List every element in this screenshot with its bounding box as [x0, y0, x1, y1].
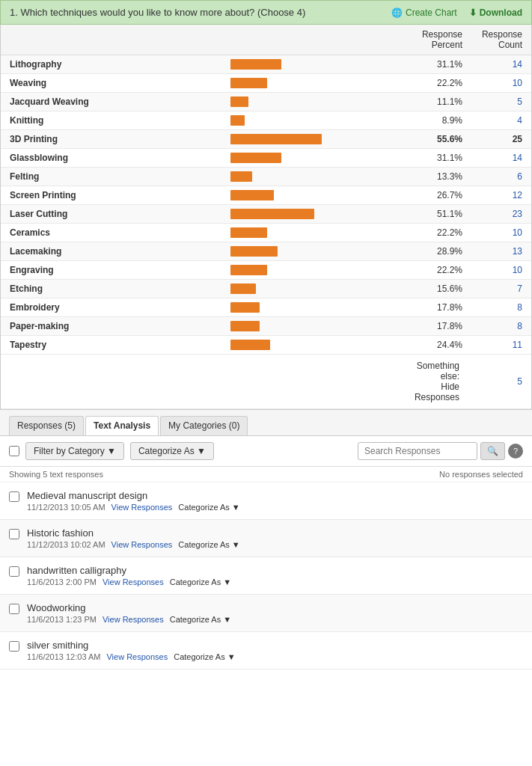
response-checkbox-2[interactable]	[9, 566, 19, 577]
row-percent: 28.9%	[395, 246, 462, 257]
response-checkbox-1[interactable]	[9, 529, 19, 539]
response-date: 11/6/2013 12:03 AM	[27, 652, 100, 661]
categorize-as-link[interactable]: Categorize As ▼	[178, 503, 239, 512]
search-button[interactable]: 🔍	[480, 442, 505, 460]
row-bar-cell	[230, 302, 395, 313]
tab-0[interactable]: Responses (5)	[9, 416, 84, 435]
select-all-checkbox[interactable]	[9, 446, 19, 456]
search-input[interactable]	[358, 442, 477, 460]
row-count: 14	[462, 153, 522, 163]
row-percent: 8.9%	[395, 115, 462, 126]
response-title: silver smithing	[27, 640, 523, 651]
status-bar: Showing 5 text responses No responses se…	[0, 467, 532, 482]
filter-by-category-button[interactable]: Filter by Category ▼	[25, 442, 124, 460]
row-percent: 31.1%	[395, 153, 462, 163]
row-bar-cell	[230, 190, 395, 200]
row-percent: 15.6%	[395, 284, 462, 294]
showing-count: Showing 5 text responses	[9, 470, 103, 479]
row-bar-cell	[230, 78, 395, 88]
header-actions: 🌐 Create Chart ⬇ Download	[391, 7, 522, 18]
filter-bar: Filter by Category ▼ Categorize As ▼ 🔍 ?	[0, 436, 532, 467]
tab-1[interactable]: Text Analysis	[85, 416, 159, 435]
data-table: ResponsePercent ResponseCount Lithograph…	[0, 25, 532, 410]
bar-col-header	[230, 29, 395, 50]
bar	[230, 171, 252, 182]
response-checkbox-4[interactable]	[9, 641, 19, 652]
list-item: Historic fashion 11/12/2013 10:02 AM Vie…	[0, 520, 532, 557]
download-icon: ⬇	[469, 7, 477, 18]
download-button[interactable]: ⬇ Download	[469, 7, 522, 18]
row-percent: 22.2%	[395, 227, 462, 238]
row-count: 13	[462, 246, 522, 257]
row-count: 14	[462, 59, 522, 70]
percent-col-header: ResponsePercent	[395, 29, 462, 50]
row-bar-cell	[230, 246, 395, 257]
list-item: Medieval manuscript design 11/12/2013 10…	[0, 482, 532, 520]
row-bar-cell	[230, 265, 395, 275]
row-percent: 55.6%	[395, 134, 462, 144]
categorize-as-button[interactable]: Categorize As ▼	[130, 442, 214, 460]
row-label: Lacemaking	[10, 246, 230, 257]
list-item: Woodworking 11/6/2013 1:23 PM View Respo…	[0, 595, 532, 632]
table-row: Ceramics 22.2% 10	[1, 224, 531, 242]
row-label: Laser Cutting	[10, 209, 230, 219]
categorize-as-link[interactable]: Categorize As ▼	[170, 615, 231, 624]
survey-header: 1. Which techniques would you like to kn…	[0, 0, 532, 25]
table-row: Etching 15.6% 7	[1, 280, 531, 298]
categorize-as-link[interactable]: Categorize As ▼	[178, 540, 239, 549]
view-responses-link[interactable]: View Responses	[103, 577, 164, 586]
bar	[230, 227, 267, 238]
row-percent: 24.4%	[395, 340, 462, 350]
bar	[230, 115, 245, 126]
table-row: Screen Printing 26.7% 12	[1, 186, 531, 205]
create-chart-button[interactable]: 🌐 Create Chart	[391, 7, 457, 18]
table-row: Embroidery 17.8% 8	[1, 298, 531, 317]
bar	[230, 190, 274, 200]
row-label: Etching	[10, 284, 230, 294]
bar	[230, 265, 267, 275]
tab-2[interactable]: My Categories (0)	[160, 416, 248, 435]
response-content: Medieval manuscript design 11/12/2013 10…	[27, 490, 523, 512]
row-count: 6	[462, 171, 522, 182]
table-row: Jacquard Weaving 11.1% 5	[1, 93, 531, 111]
row-bar-cell	[230, 134, 395, 144]
row-percent: 13.3%	[395, 171, 462, 182]
view-responses-link[interactable]: View Responses	[111, 540, 173, 549]
response-title: Woodworking	[27, 602, 523, 613]
response-checkbox-0[interactable]	[9, 491, 19, 502]
row-label: Weaving	[10, 78, 230, 88]
bar	[230, 340, 270, 350]
help-button[interactable]: ?	[508, 444, 523, 459]
row-count: 12	[462, 190, 522, 200]
table-row: Felting 13.3% 6	[1, 168, 531, 186]
response-title: Medieval manuscript design	[27, 490, 523, 501]
table-row: Tapestry 24.4% 11	[1, 336, 531, 355]
row-label: Screen Printing	[10, 190, 230, 200]
view-responses-link[interactable]: View Responses	[103, 615, 164, 624]
response-content: silver smithing 11/6/2013 12:03 AM View …	[27, 640, 523, 661]
view-responses-link[interactable]: View Responses	[106, 652, 168, 661]
hide-responses-link[interactable]: Hide Responses	[415, 382, 459, 402]
row-bar-cell	[230, 171, 395, 182]
row-bar-cell	[230, 227, 395, 238]
row-bar-cell	[230, 96, 395, 107]
row-percent: 11.1%	[395, 96, 462, 107]
table-row: Lithography 31.1% 14	[1, 55, 531, 74]
row-count: 25	[462, 134, 522, 144]
response-date: 11/12/2013 10:02 AM	[27, 540, 106, 549]
bar	[230, 284, 256, 294]
label-col-header	[10, 29, 230, 50]
bar	[230, 302, 260, 313]
table-row: Weaving 22.2% 10	[1, 74, 531, 93]
table-row: Engraving 22.2% 10	[1, 261, 531, 280]
row-label: 3D Printing	[10, 134, 230, 144]
categorize-as-link[interactable]: Categorize As ▼	[174, 652, 235, 661]
view-responses-link[interactable]: View Responses	[111, 503, 173, 512]
tabs-bar: Responses (5)Text AnalysisMy Categories …	[0, 410, 532, 436]
tab-group: Responses (5)Text AnalysisMy Categories …	[9, 416, 248, 435]
response-content: Woodworking 11/6/2013 1:23 PM View Respo…	[27, 602, 523, 624]
categorize-as-link[interactable]: Categorize As ▼	[170, 577, 231, 586]
response-checkbox-3[interactable]	[9, 604, 19, 614]
table-row: Paper-making 17.8% 8	[1, 317, 531, 336]
row-count: 10	[462, 227, 522, 238]
